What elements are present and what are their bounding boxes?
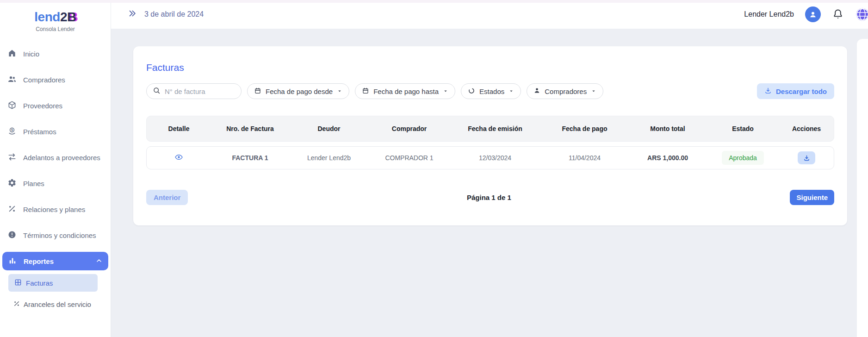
download-all-label: Descargar todo [776, 87, 827, 95]
column-acciones: Acciones [779, 125, 834, 132]
language-globe-icon[interactable] [855, 7, 868, 22]
chevron-up-icon [95, 257, 103, 266]
brand-subtitle: Consola Lender [0, 26, 111, 33]
gear-icon [7, 178, 17, 189]
scrollbar-track[interactable] [857, 39, 868, 337]
logo-text-lend: lend [34, 10, 60, 24]
person-icon [533, 87, 540, 95]
sidebar-item-adelantos[interactable]: Adelantos a proveedores [0, 144, 111, 170]
person-icon [808, 10, 818, 19]
cell-amount: ARS 1,000.00 [629, 154, 707, 162]
pagination: Anterior Página 1 de 1 Siguiente [146, 190, 834, 205]
cell-debtor: Lender Lend2b [289, 154, 369, 162]
package-icon [7, 100, 17, 111]
sidebar-expand-icon[interactable] [128, 9, 137, 20]
home-icon [7, 49, 17, 59]
sidebar-item-inicio[interactable]: Inicio [0, 41, 111, 67]
cell-buyer: COMPRADOR 1 [369, 154, 450, 162]
svg-text:$: $ [11, 128, 13, 132]
filter-label: Fecha de pago hasta [373, 87, 439, 95]
status-badge: Aprobada [722, 151, 764, 165]
next-page-button[interactable]: Siguiente [790, 190, 834, 205]
user-name: Lender Lend2b [744, 10, 794, 19]
logo-text-b: B [67, 10, 76, 24]
states-filter-button[interactable]: Estados [461, 83, 521, 99]
notifications-bell-icon[interactable] [832, 8, 844, 20]
invoice-search-box [146, 83, 242, 99]
column-deudor: Deudor [289, 125, 369, 132]
status-ring-icon [468, 87, 475, 96]
people-icon [7, 75, 17, 85]
coin-icon: $ [7, 126, 17, 137]
date-to-filter-button[interactable]: Fecha de pago hasta [355, 83, 455, 99]
calendar-icon [254, 87, 261, 96]
column-fecha-emision: Fecha de emisión [450, 125, 540, 132]
top-accent-strip [0, 0, 868, 3]
sidebar-item-label: Términos y condiciones [23, 231, 96, 239]
filters-row: Fecha de pago desde Fecha de pago hasta … [146, 83, 834, 99]
logo-text-2: 2 [60, 10, 67, 24]
download-all-button[interactable]: Descargar todo [757, 83, 834, 99]
column-monto-total: Monto total [629, 125, 707, 132]
date-from-filter-button[interactable]: Fecha de pago desde [247, 83, 349, 99]
sidebar-item-planes[interactable]: Planes [0, 170, 111, 196]
sidebar-item-prestamos[interactable]: $ Préstamos [0, 119, 111, 144]
cell-issue-date: 12/03/2024 [450, 154, 540, 162]
download-icon [803, 155, 810, 162]
filter-label: Compradores [545, 87, 587, 95]
invoice-search-input[interactable] [165, 87, 235, 95]
cell-invoice-number: FACTURA 1 [211, 154, 289, 162]
current-date: 3 de abril de 2024 [144, 10, 204, 19]
percent-icon [13, 300, 20, 309]
sidebar-item-label: Adelantos a proveedores [23, 154, 100, 162]
buyers-filter-button[interactable]: Compradores [527, 83, 603, 99]
sidebar-item-reportes[interactable]: Reportes [2, 252, 108, 270]
page-title: Facturas [146, 62, 834, 73]
filter-label: Estados [479, 87, 504, 95]
sidebar-item-label: Préstamos [23, 128, 56, 136]
filter-label: Fecha de pago desde [266, 87, 333, 95]
column-nro-factura: Nro. de Factura [211, 125, 289, 132]
column-fecha-pago: Fecha de pago [540, 125, 629, 132]
swap-arrows-icon [7, 152, 17, 163]
download-icon [764, 87, 772, 96]
sidebar-item-label: Reportes [24, 257, 54, 265]
sidebar-subitem-label: Aranceles del servicio [24, 300, 91, 308]
sidebar: lend2B Consola Lender Inicio Compradores… [0, 0, 111, 337]
alert-circle-icon [7, 230, 17, 241]
search-icon [153, 87, 161, 96]
grid-icon [14, 278, 22, 288]
sidebar-nav: Inicio Compradores Proveedores $ Préstam… [0, 41, 111, 313]
column-estado: Estado [707, 125, 779, 132]
cell-pay-date: 11/04/2024 [540, 154, 629, 162]
caret-down-icon [443, 87, 448, 95]
facturas-card: Facturas Fecha de pago desde Fecha de pa… [133, 46, 847, 225]
sidebar-subitem-facturas[interactable]: Facturas [8, 274, 98, 292]
table-header: Detalle Nro. de Factura Deudor Comprador… [146, 116, 834, 142]
brand-logo: lend2B Consola Lender [0, 0, 111, 33]
caret-down-icon [591, 87, 596, 95]
sidebar-item-proveedores[interactable]: Proveedores [0, 93, 111, 119]
sidebar-subitem-aranceles[interactable]: Aranceles del servicio [13, 295, 111, 313]
sidebar-item-relaciones[interactable]: Relaciones y planes [0, 196, 111, 222]
row-download-button[interactable] [798, 151, 815, 164]
previous-page-button[interactable]: Anterior [146, 190, 188, 205]
sidebar-subitem-label: Facturas [26, 279, 53, 287]
column-comprador: Comprador [369, 125, 450, 132]
view-detail-eye-icon[interactable] [174, 153, 183, 162]
caret-down-icon [337, 87, 342, 95]
calendar-icon [362, 87, 369, 96]
user-avatar[interactable] [805, 6, 821, 22]
sidebar-item-label: Planes [23, 180, 44, 187]
caret-down-icon [508, 87, 514, 95]
sidebar-item-terminos[interactable]: Términos y condiciones [0, 222, 111, 248]
sidebar-item-label: Proveedores [23, 102, 62, 110]
sidebar-item-label: Compradores [23, 76, 65, 84]
sidebar-item-label: Relaciones y planes [23, 206, 85, 213]
sidebar-item-label: Inicio [23, 50, 39, 58]
page-info: Página 1 de 1 [467, 193, 511, 201]
table-row: FACTURA 1 Lender Lend2b COMPRADOR 1 12/0… [146, 146, 834, 169]
topbar: 3 de abril de 2024 Lender Lend2b [111, 0, 868, 29]
column-detalle: Detalle [147, 125, 211, 132]
sidebar-item-compradores[interactable]: Compradores [0, 67, 111, 93]
